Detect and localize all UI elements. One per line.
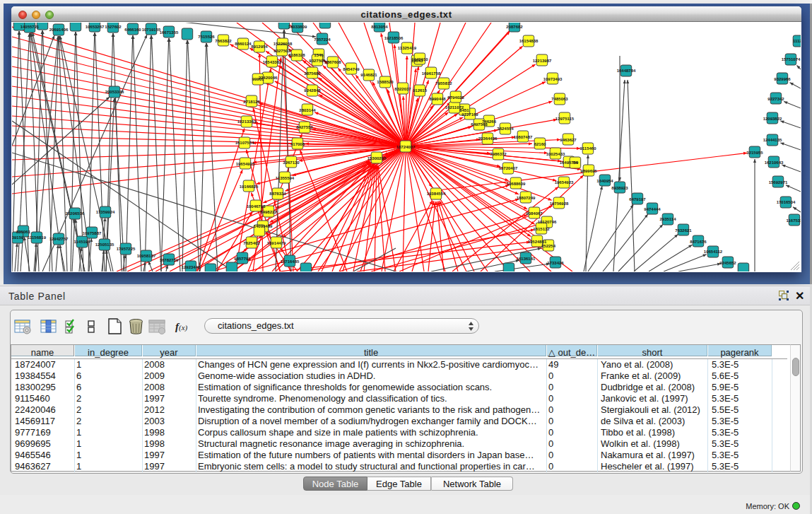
svg-text:7485063: 7485063 bbox=[551, 97, 568, 101]
svg-text:10958137: 10958137 bbox=[137, 254, 156, 258]
svg-text:8912954: 8912954 bbox=[251, 45, 268, 49]
svg-text:7632621: 7632621 bbox=[675, 228, 692, 233]
svg-text:11156819: 11156819 bbox=[28, 235, 47, 240]
svg-text:16448784: 16448784 bbox=[617, 69, 636, 73]
svg-text:99901: 99901 bbox=[252, 77, 264, 81]
svg-text:9474444: 9474444 bbox=[644, 207, 661, 211]
svg-text:6479197: 6479197 bbox=[629, 197, 646, 201]
svg-text:12213363: 12213363 bbox=[237, 119, 257, 124]
svg-text:20691406: 20691406 bbox=[49, 28, 69, 32]
svg-text:12505135: 12505135 bbox=[95, 243, 114, 247]
svg-text:19654923: 19654923 bbox=[555, 180, 574, 185]
svg-text:10653267: 10653267 bbox=[86, 25, 105, 29]
svg-text:11355594: 11355594 bbox=[276, 176, 295, 180]
svg-text:2087682: 2087682 bbox=[506, 25, 523, 29]
svg-text:15300295: 15300295 bbox=[367, 156, 387, 160]
svg-text:20053346: 20053346 bbox=[105, 90, 124, 94]
svg-text:2867608: 2867608 bbox=[324, 60, 341, 64]
svg-text:835061: 835061 bbox=[16, 230, 31, 234]
svg-text:9857791: 9857791 bbox=[234, 257, 251, 261]
svg-text:10975887: 10975887 bbox=[83, 231, 102, 235]
svg-text:18807249: 18807249 bbox=[517, 196, 536, 200]
svg-text:7986372: 7986372 bbox=[490, 152, 507, 156]
svg-text:39159: 39159 bbox=[12, 235, 24, 240]
svg-text:9777169: 9777169 bbox=[461, 112, 478, 117]
svg-text:16671355: 16671355 bbox=[160, 30, 179, 35]
svg-text:9227342: 9227342 bbox=[767, 97, 784, 101]
svg-text:12444135: 12444135 bbox=[763, 138, 782, 142]
svg-text:16107554: 16107554 bbox=[235, 141, 254, 145]
svg-text:9115460: 9115460 bbox=[579, 146, 596, 151]
svg-text:16543362: 16543362 bbox=[263, 60, 282, 64]
svg-text:6466160: 6466160 bbox=[124, 28, 141, 32]
svg-text:10719155: 10719155 bbox=[142, 28, 161, 32]
svg-text:12975115: 12975115 bbox=[555, 117, 575, 121]
svg-text:16210643: 16210643 bbox=[765, 160, 784, 165]
svg-text:1546: 1546 bbox=[314, 53, 324, 57]
svg-text:15226058: 15226058 bbox=[273, 42, 293, 46]
svg-text:14099489: 14099489 bbox=[254, 224, 273, 228]
svg-text:8322037: 8322037 bbox=[394, 87, 411, 91]
svg-text:15751074: 15751074 bbox=[782, 57, 801, 62]
svg-text:16914479: 16914479 bbox=[267, 241, 286, 245]
svg-text:15720407: 15720407 bbox=[499, 166, 518, 170]
svg-text:16211072: 16211072 bbox=[445, 105, 464, 110]
svg-text:62160: 62160 bbox=[534, 142, 546, 146]
svg-text:10654112: 10654112 bbox=[704, 250, 723, 254]
svg-text:(x): (x) bbox=[179, 323, 188, 332]
svg-text:19166825: 19166825 bbox=[240, 185, 259, 189]
svg-text:10688609: 10688609 bbox=[507, 182, 526, 186]
svg-text:16033809: 16033809 bbox=[288, 25, 307, 29]
svg-text:912615: 912615 bbox=[413, 88, 428, 93]
svg-text:8427552: 8427552 bbox=[296, 125, 313, 129]
svg-text:1640954: 1640954 bbox=[596, 179, 613, 183]
svg-text:8471676: 8471676 bbox=[690, 240, 707, 244]
svg-text:16782759: 16782759 bbox=[160, 258, 179, 262]
svg-text:19756928: 19756928 bbox=[550, 201, 569, 206]
svg-text:12942757: 12942757 bbox=[49, 237, 69, 241]
svg-text:9329966: 9329966 bbox=[774, 77, 791, 81]
svg-text:1145194: 1145194 bbox=[73, 240, 90, 244]
svg-text:8186328: 8186328 bbox=[288, 53, 305, 57]
svg-text:2718126: 2718126 bbox=[243, 100, 260, 104]
svg-text:18724007: 18724007 bbox=[396, 145, 416, 149]
svg-text:12923446: 12923446 bbox=[182, 265, 201, 269]
svg-text:7357224: 7357224 bbox=[314, 37, 331, 42]
svg-text:2803144: 2803144 bbox=[299, 108, 316, 112]
svg-text:7663822: 7663822 bbox=[215, 39, 232, 43]
svg-text:6794028: 6794028 bbox=[447, 95, 464, 100]
svg-text:7955812: 7955812 bbox=[435, 81, 452, 86]
svg-text:19654925: 19654925 bbox=[236, 162, 255, 166]
svg-text:8454749: 8454749 bbox=[343, 67, 360, 71]
svg-text:8938923: 8938923 bbox=[611, 186, 628, 190]
svg-text:11325419: 11325419 bbox=[398, 46, 417, 50]
svg-text:9899695: 9899695 bbox=[580, 169, 597, 173]
svg-text:8660124: 8660124 bbox=[235, 42, 252, 46]
svg-text:1733426: 1733426 bbox=[547, 261, 564, 265]
svg-text:3267130: 3267130 bbox=[283, 160, 300, 165]
svg-text:3215955: 3215955 bbox=[746, 151, 763, 155]
svg-text:8498222: 8498222 bbox=[260, 210, 277, 214]
svg-text:6497568: 6497568 bbox=[471, 122, 488, 127]
svg-text:16154838: 16154838 bbox=[519, 39, 539, 43]
svg-text:15692971: 15692971 bbox=[769, 180, 788, 185]
svg-text:15716485: 15716485 bbox=[281, 259, 300, 264]
svg-text:84: 84 bbox=[573, 160, 578, 165]
svg-text:10120746: 10120746 bbox=[538, 220, 557, 224]
svg-text:7515526: 7515526 bbox=[198, 35, 215, 39]
svg-text:20206536: 20206536 bbox=[66, 211, 85, 216]
svg-text:8813054: 8813054 bbox=[371, 25, 388, 29]
svg-text:1615132: 1615132 bbox=[533, 227, 550, 231]
svg-text:9242848: 9242848 bbox=[304, 88, 321, 93]
svg-text:10807487: 10807487 bbox=[514, 135, 533, 139]
svg-text:12213987: 12213987 bbox=[533, 59, 552, 63]
svg-text:417006: 417006 bbox=[290, 142, 305, 146]
svg-text:11125: 11125 bbox=[793, 39, 801, 43]
svg-text:14055721: 14055721 bbox=[20, 25, 40, 29]
svg-text:1588520: 1588520 bbox=[377, 80, 394, 84]
svg-text:12093822: 12093822 bbox=[763, 117, 782, 121]
svg-text:9245652: 9245652 bbox=[719, 261, 736, 265]
svg-text:17016504: 17016504 bbox=[777, 200, 796, 204]
svg-text:9327506: 9327506 bbox=[309, 59, 326, 63]
svg-text:9463627: 9463627 bbox=[560, 138, 577, 142]
